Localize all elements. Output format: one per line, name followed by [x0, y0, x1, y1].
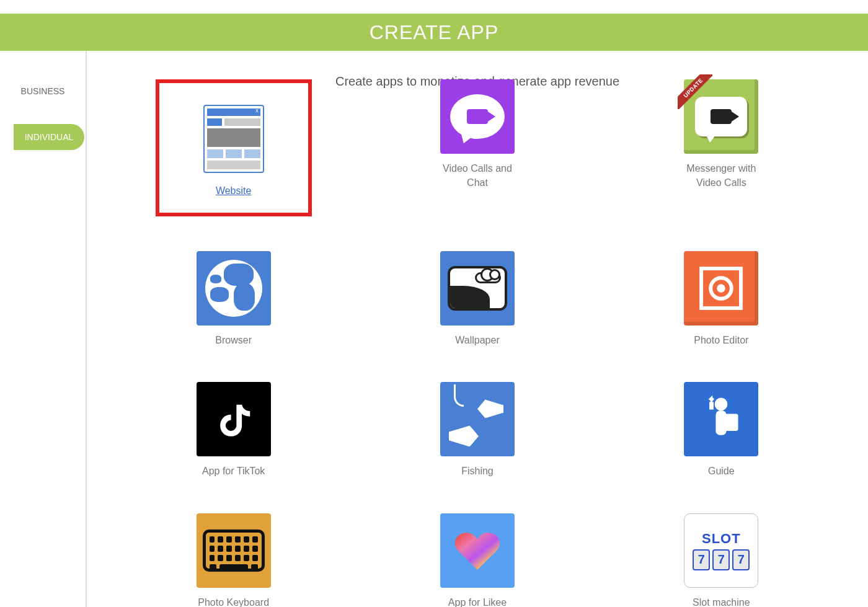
globe-icon — [197, 251, 271, 326]
svg-rect-5 — [724, 414, 738, 432]
app-label: Guide — [708, 464, 735, 478]
window-topbar — [0, 0, 868, 14]
app-card-messenger[interactable]: UPDATE Messenger withVideo Calls — [684, 79, 758, 216]
app-label: Wallpaper — [455, 333, 499, 347]
tiktok-icon — [197, 382, 271, 456]
app-label: Website — [216, 184, 252, 198]
app-card-wallpaper[interactable]: Wallpaper — [440, 251, 515, 347]
app-label: Photo Keyboard — [198, 595, 269, 607]
page-header: CREATE APP — [0, 14, 868, 51]
app-label: Fishing — [461, 464, 494, 478]
sidebar-item-individual[interactable]: INDIVIDUAL — [14, 124, 84, 150]
app-label: Photo Editor — [694, 333, 748, 347]
app-label: Browser — [215, 333, 252, 347]
app-card-slot[interactable]: SLOT 7 7 7 Slot machine — [684, 513, 758, 607]
messenger-icon: UPDATE — [684, 79, 758, 154]
slot-digit: 7 — [712, 549, 730, 570]
website-icon — [197, 102, 271, 176]
keyboard-icon — [197, 513, 271, 588]
page-title: CREATE APP — [370, 21, 499, 44]
app-card-guide[interactable]: Guide — [684, 382, 758, 478]
fishing-icon — [440, 382, 515, 456]
app-label: App for Likee — [448, 595, 507, 607]
app-card-fishing[interactable]: Fishing — [440, 382, 515, 478]
app-card-photo-keyboard[interactable]: Photo Keyboard — [197, 513, 271, 607]
svg-point-3 — [715, 398, 728, 411]
slot-title: SLOT — [702, 531, 741, 547]
likee-icon — [440, 513, 515, 588]
photo-editor-icon — [684, 251, 758, 326]
video-call-icon — [440, 79, 515, 154]
app-label: Slot machine — [693, 595, 750, 607]
main-layout: BUSINESS INDIVIDUAL Create apps to monet… — [0, 51, 868, 607]
slot-digit: 7 — [732, 549, 750, 570]
app-label: Video Calls andChat — [443, 161, 512, 190]
app-label: App for TikTok — [202, 464, 265, 478]
sidebar: BUSINESS INDIVIDUAL — [0, 51, 87, 607]
app-card-video-calls[interactable]: Video Calls andChat — [440, 79, 515, 216]
app-card-photo-editor[interactable]: Photo Editor — [684, 251, 758, 347]
app-card-likee[interactable]: App for Likee — [440, 513, 515, 607]
app-card-website[interactable]: Website — [156, 79, 312, 216]
app-grid: Website Video Calls andChat UPDATE Messe… — [124, 79, 831, 607]
svg-rect-6 — [709, 402, 714, 410]
wallpaper-icon — [440, 251, 515, 326]
app-card-tiktok[interactable]: App for TikTok — [197, 382, 271, 478]
sidebar-item-business[interactable]: BUSINESS — [0, 76, 86, 107]
main-content: Create apps to monetize and generate app… — [87, 51, 868, 607]
svg-point-2 — [717, 284, 725, 292]
slot-icon: SLOT 7 7 7 — [684, 513, 758, 588]
app-label: Messenger withVideo Calls — [686, 161, 756, 190]
guide-icon — [684, 382, 758, 456]
slot-digit: 7 — [693, 549, 710, 570]
app-card-browser[interactable]: Browser — [197, 251, 271, 347]
